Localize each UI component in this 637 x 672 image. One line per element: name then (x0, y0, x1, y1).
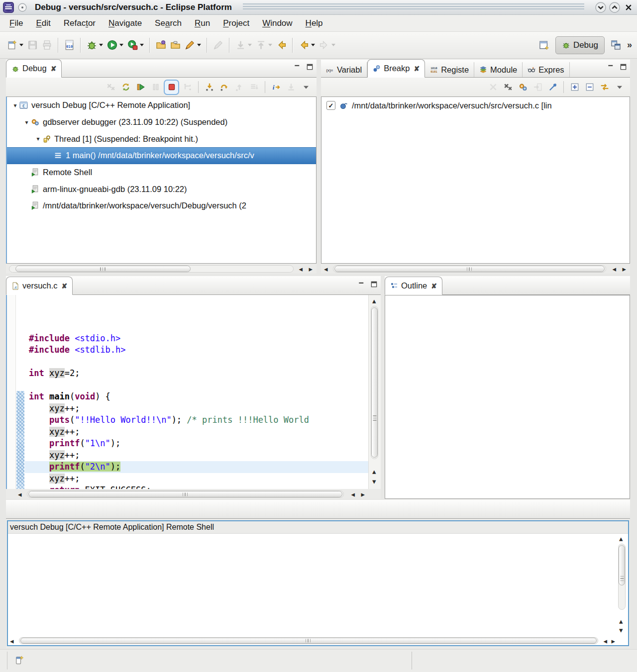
scroll-up-icon[interactable]: ▴ (619, 535, 623, 542)
code-line[interactable]: return EXIT_SUCCESS; (25, 484, 368, 489)
step-over-button[interactable] (217, 81, 231, 94)
minimize-view-icon[interactable] (294, 63, 301, 73)
collapse-all-button[interactable] (583, 81, 596, 94)
scroll-down-icon[interactable]: ▾ (372, 478, 376, 485)
dropdown-arrow-icon[interactable] (140, 44, 144, 46)
open-perspective-button[interactable] (537, 36, 551, 54)
code-line[interactable]: #include <stdlib.h> (25, 344, 368, 356)
dropdown-arrow-icon[interactable] (19, 44, 23, 46)
debug-tree-row[interactable]: Remote Shell (7, 164, 316, 181)
more-perspectives-button[interactable]: » (627, 40, 632, 50)
minimize-button[interactable] (595, 2, 606, 13)
titlebar[interactable]: Debug - versuch/src/versuch.c - Eclipse … (0, 0, 637, 15)
debug-button[interactable] (85, 36, 105, 54)
scrollbar-thumb[interactable] (619, 545, 625, 585)
other-perspective-button[interactable] (609, 36, 623, 54)
scroll-left-icon[interactable]: ◂ (299, 265, 303, 273)
arrow-up-button[interactable] (254, 36, 274, 54)
menu-search[interactable]: Search (148, 16, 188, 30)
code-line[interactable] (25, 380, 368, 391)
debug-tree-row[interactable]: arm-linux-gnueabi-gdb (23.11.09 10:22) (7, 181, 316, 197)
debug-tree-row[interactable]: ▾Thread [1] (Suspended: Breakpoint hit.) (7, 130, 316, 147)
menu-help[interactable]: Help (299, 16, 329, 30)
code-area[interactable]: #include <stdio.h>#include <stdlib.h>int… (25, 295, 368, 489)
print-button[interactable] (40, 36, 54, 54)
scrollbar-thumb[interactable] (334, 266, 605, 272)
debug-tree-row[interactable]: ▾gdbserver debugger (23.11.09 10:22) (Su… (7, 114, 316, 131)
scroll-left-icon[interactable]: ◂ (10, 637, 14, 645)
debug-perspective-button[interactable]: Debug (555, 36, 605, 54)
skip-all-button[interactable] (516, 81, 530, 94)
menu-button[interactable] (299, 81, 313, 94)
back-button[interactable] (297, 36, 317, 54)
scroll-left-icon[interactable]: ◂ (612, 265, 616, 273)
editor-hscrollbar[interactable] (27, 490, 344, 498)
step-filters-button[interactable]: i (269, 81, 283, 94)
folder-new-button[interactable] (154, 36, 168, 54)
arrow-down-button[interactable] (233, 36, 254, 54)
code-line[interactable]: int main(void) { (25, 391, 368, 403)
code-line[interactable]: printf("1\n"); (25, 438, 368, 450)
tree-expand-icon[interactable]: ▾ (11, 102, 19, 109)
window-menu-button[interactable] (17, 2, 28, 13)
tab-registe[interactable]: 10100101Registe (425, 62, 474, 77)
code-line[interactable] (25, 356, 368, 368)
back-edit-button[interactable] (274, 36, 289, 54)
menu-button[interactable] (613, 81, 626, 94)
menu-file[interactable]: File (3, 16, 29, 30)
tree-expand-icon[interactable]: ▾ (34, 135, 42, 142)
maximize-view-icon[interactable] (620, 63, 627, 73)
menu-refactor[interactable]: Refactor (57, 16, 102, 30)
folder-open-button[interactable] (168, 36, 183, 54)
code-line[interactable]: xyz++; (25, 403, 368, 415)
expand-all-button[interactable] (568, 81, 581, 94)
step-into-button[interactable] (203, 81, 216, 94)
tab-expres[interactable]: xExpres (523, 62, 569, 77)
run-button[interactable] (105, 36, 125, 54)
binary-button[interactable]: 010 (62, 36, 77, 54)
debug-tree-row[interactable]: 1 main() /mnt/data/tbrinker/workspace/ve… (7, 147, 316, 164)
terminate-button[interactable] (164, 80, 179, 95)
scroll-down-icon[interactable]: ▾ (619, 626, 623, 634)
scroll-left-icon[interactable]: ◂ (324, 265, 328, 273)
save-button[interactable] (25, 36, 40, 54)
scroll-left-icon[interactable]: ◂ (351, 490, 355, 498)
code-line[interactable]: #include <stdio.h> (25, 333, 368, 345)
console-text[interactable] (10, 534, 615, 637)
maximize-view-icon[interactable] (306, 63, 314, 73)
scroll-up-icon[interactable]: ▴ (372, 297, 376, 304)
scroll-right-icon[interactable]: ▸ (622, 265, 626, 273)
scrollbar-thumb[interactable] (20, 638, 597, 644)
minimize-view-icon[interactable] (607, 63, 615, 73)
disconnect-button[interactable] (181, 81, 194, 94)
drop-frame-button[interactable] (284, 81, 298, 94)
scrollbar-thumb[interactable] (28, 491, 342, 497)
scroll-left-icon[interactable]: ◂ (603, 637, 607, 645)
dropdown-arrow-icon[interactable] (248, 44, 252, 46)
dropdown-arrow-icon[interactable] (311, 44, 315, 46)
dropdown-arrow-icon[interactable] (119, 44, 123, 46)
scroll-left-icon[interactable]: ◂ (18, 490, 22, 498)
scroll-up-icon[interactable]: ▴ (619, 617, 623, 625)
debug-hscrollbar[interactable] (9, 265, 294, 273)
tree-expand-icon[interactable]: ▾ (22, 119, 31, 126)
scrollbar-thumb[interactable] (371, 307, 378, 458)
console-output-area[interactable]: versuch Debug [C/C++ Remote Application]… (7, 520, 629, 646)
console-vscrollbar[interactable]: ▴ ▴ ▾ (617, 535, 627, 636)
fast-view-button[interactable] (13, 654, 26, 667)
editor-vscrollbar[interactable]: ▴ ▴ ▾ (368, 295, 381, 489)
forward-button[interactable] (317, 36, 337, 54)
link-debug-button[interactable] (598, 81, 611, 94)
tab-versuch-c[interactable]: .c versuch.c ✘ (6, 277, 73, 295)
restart-button[interactable] (119, 81, 132, 94)
step-return-button[interactable] (232, 81, 246, 94)
code-line[interactable] (25, 321, 368, 333)
run-ext-button[interactable] (125, 36, 146, 54)
pencil-button[interactable] (183, 36, 203, 54)
scrollbar-thumb[interactable] (15, 266, 191, 272)
close-tab-icon[interactable]: ✘ (414, 65, 420, 73)
close-tab-icon[interactable]: ✘ (431, 282, 437, 290)
menu-project[interactable]: Project (216, 16, 256, 30)
breakpoints-hscrollbar[interactable] (333, 265, 606, 273)
menu-edit[interactable]: Edit (29, 16, 57, 30)
